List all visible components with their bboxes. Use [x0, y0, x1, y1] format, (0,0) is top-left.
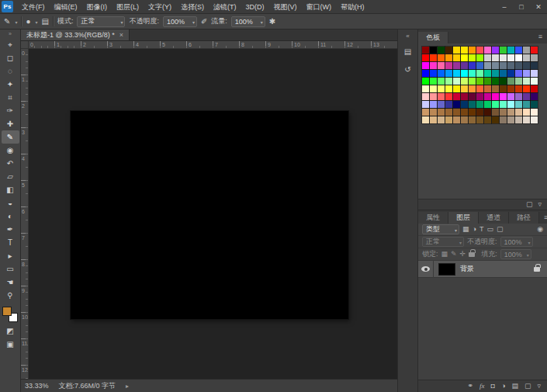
color-swatch[interactable]: [484, 70, 491, 77]
spot-healing-brush-tool[interactable]: ✚: [2, 117, 19, 130]
color-swatch[interactable]: [445, 116, 452, 123]
zoom-tool[interactable]: ⚲: [2, 289, 19, 302]
clone-stamp-tool[interactable]: ◉: [2, 144, 19, 157]
link-layers-icon[interactable]: ⚭: [468, 383, 474, 390]
tab-paths[interactable]: 路径: [509, 212, 539, 224]
flow-select[interactable]: 100%: [231, 16, 265, 27]
color-swatch[interactable]: [438, 47, 445, 54]
color-swatch[interactable]: [469, 93, 476, 100]
color-swatch[interactable]: [484, 54, 491, 61]
layer-thumbnail[interactable]: [438, 263, 455, 276]
color-swatch[interactable]: [500, 62, 507, 69]
rectangular-marquee-tool[interactable]: ◻: [2, 51, 19, 64]
color-swatch[interactable]: [484, 85, 491, 92]
color-swatch[interactable]: [476, 93, 483, 100]
close-button[interactable]: ✕: [530, 0, 547, 14]
color-swatch[interactable]: [422, 101, 429, 108]
color-swatch[interactable]: [438, 54, 445, 61]
menu-layer[interactable]: 图层(L): [112, 0, 144, 14]
blur-tool[interactable]: ◒: [2, 196, 19, 210]
color-swatch[interactable]: [492, 93, 499, 100]
color-swatch[interactable]: [531, 54, 538, 61]
pen-tool[interactable]: ✒: [2, 223, 19, 236]
color-swatch[interactable]: [422, 47, 429, 54]
filter-pixel-layers-icon[interactable]: ▦: [462, 226, 469, 233]
color-swatch[interactable]: [438, 116, 445, 123]
layer-effects-icon[interactable]: fx: [479, 383, 485, 390]
color-swatch[interactable]: [469, 116, 476, 123]
type-tool[interactable]: T: [2, 236, 19, 249]
color-swatch[interactable]: [531, 101, 538, 108]
color-swatch[interactable]: [476, 85, 483, 92]
color-swatch[interactable]: [453, 85, 460, 92]
color-swatch[interactable]: [523, 78, 530, 85]
color-swatch[interactable]: [430, 85, 437, 92]
brush-tool-indicator[interactable]: ✎: [4, 18, 17, 26]
color-swatch[interactable]: [523, 85, 530, 92]
color-swatch[interactable]: [500, 85, 507, 92]
color-swatch[interactable]: [492, 109, 499, 116]
color-swatch[interactable]: [500, 70, 507, 77]
new-swatch-icon[interactable]: ▢: [526, 201, 533, 208]
color-swatch[interactable]: [469, 78, 476, 85]
color-swatch[interactable]: [469, 62, 476, 69]
color-swatch[interactable]: [484, 93, 491, 100]
color-swatch[interactable]: [523, 93, 530, 100]
color-swatch[interactable]: [523, 109, 530, 116]
menu-window[interactable]: 窗口(W): [302, 0, 337, 14]
foreground-color-swatch[interactable]: [2, 307, 12, 316]
color-swatch[interactable]: [484, 62, 491, 69]
color-swatch[interactable]: [523, 54, 530, 61]
color-swatch[interactable]: [461, 85, 468, 92]
color-swatch[interactable]: [523, 70, 530, 77]
color-swatch[interactable]: [476, 101, 483, 108]
color-swatch[interactable]: [523, 101, 530, 108]
color-swatch[interactable]: [445, 47, 452, 54]
close-document-icon[interactable]: ×: [119, 31, 123, 39]
canvas[interactable]: [71, 111, 348, 319]
lasso-tool[interactable]: ◌: [2, 64, 19, 78]
color-swatch[interactable]: [469, 47, 476, 54]
color-swatch[interactable]: [453, 62, 460, 69]
minimize-button[interactable]: –: [496, 0, 513, 14]
color-swatch[interactable]: [438, 62, 445, 69]
menu-3d[interactable]: 3D(D): [241, 0, 269, 14]
color-swatch[interactable]: [445, 62, 452, 69]
color-swatch[interactable]: [507, 116, 514, 123]
color-swatch[interactable]: [515, 70, 522, 77]
menu-view[interactable]: 视图(V): [269, 0, 302, 14]
color-swatch[interactable]: [430, 47, 437, 54]
color-swatch[interactable]: [438, 85, 445, 92]
color-swatch[interactable]: [515, 109, 522, 116]
color-swatch[interactable]: [523, 62, 530, 69]
gradient-tool[interactable]: ◧: [2, 183, 19, 196]
menu-filter[interactable]: 滤镜(T): [209, 0, 241, 14]
visibility-toggle[interactable]: [418, 261, 434, 278]
history-brush-tool[interactable]: ↶: [2, 157, 19, 170]
color-swatch[interactable]: [476, 62, 483, 69]
color-swatch[interactable]: [445, 93, 452, 100]
color-swatch[interactable]: [453, 101, 460, 108]
color-swatch[interactable]: [476, 109, 483, 116]
quick-selection-tool[interactable]: ✦: [2, 78, 19, 91]
color-swatch[interactable]: [531, 78, 538, 85]
color-swatch[interactable]: [484, 101, 491, 108]
color-swatch[interactable]: [492, 116, 499, 123]
add-layer-mask-icon[interactable]: ◘: [491, 383, 495, 390]
color-swatch[interactable]: [531, 93, 538, 100]
screen-mode-button[interactable]: ▣: [2, 338, 19, 351]
color-swatch[interactable]: [515, 62, 522, 69]
color-swatch[interactable]: [484, 116, 491, 123]
color-swatch[interactable]: [476, 70, 483, 77]
maximize-button[interactable]: □: [513, 0, 530, 14]
crop-tool[interactable]: ⌗: [2, 91, 19, 104]
new-layer-icon[interactable]: ▢: [524, 383, 531, 390]
filter-type-dropdown[interactable]: 类型: [422, 224, 459, 234]
swatches-menu-icon[interactable]: ≡: [534, 33, 547, 40]
quick-mask-button[interactable]: ◩: [2, 324, 19, 338]
panel-menu-icon[interactable]: ≡: [539, 213, 547, 221]
new-group-icon[interactable]: ▤: [511, 383, 518, 390]
filter-adjustment-layers-icon[interactable]: ◑: [473, 226, 476, 233]
color-swatch[interactable]: [500, 101, 507, 108]
color-swatch[interactable]: [507, 70, 514, 77]
